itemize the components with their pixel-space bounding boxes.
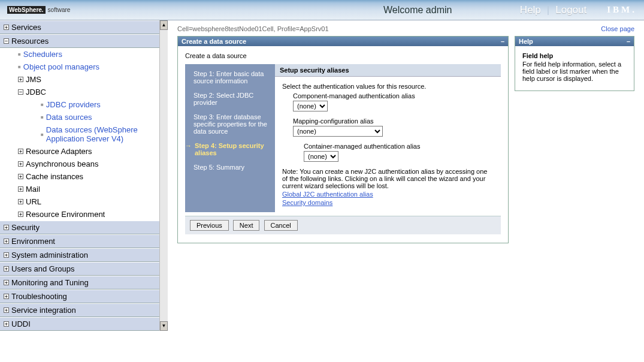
next-button[interactable]: Next — [233, 220, 260, 231]
help-panel-body: Field help For field help information, s… — [515, 46, 634, 90]
wizard-step-5[interactable]: Step 5: Summary — [193, 164, 269, 171]
nav-schedulers[interactable]: ■Schedulers — [14, 48, 159, 61]
wizard-content-body: Select the authentication values for thi… — [275, 77, 501, 212]
expand-icon: + — [4, 252, 9, 258]
nav-jdbc-providers[interactable]: ■JDBC providers — [37, 98, 159, 111]
banner-right: Help | Logout IBM. — [520, 4, 637, 16]
nav-jms[interactable]: +JMS — [14, 73, 159, 86]
bullet-icon: ■ — [41, 102, 44, 107]
expand-icon: + — [4, 25, 9, 30]
main-layout: +Services −Resources ■Schedulers ■Object… — [0, 20, 644, 331]
wizard-step-3[interactable]: Step 3: Enter database specific properti… — [193, 113, 269, 135]
expand-icon: + — [18, 149, 23, 154]
expand-icon: + — [4, 266, 9, 272]
help-panel: Help – Field help For field help informa… — [515, 36, 634, 91]
nav-monitoring[interactable]: +Monitoring and Tuning — [0, 276, 159, 289]
bullet-icon: ■ — [41, 132, 44, 137]
expand-icon: + — [18, 174, 23, 179]
nav-users-groups[interactable]: +Users and Groups — [0, 262, 159, 276]
wizard-buttons: Previous Next Cancel — [185, 216, 501, 234]
collapse-icon: − — [18, 89, 23, 95]
mapping-alias-label: Mapping-configuration alias — [293, 117, 494, 125]
nav-cache-instances[interactable]: +Cache instances — [14, 170, 159, 183]
expand-icon: + — [18, 161, 23, 167]
wizard-links: Global J2C authentication alias Security… — [282, 191, 494, 206]
wizard-step-4[interactable]: →Step 4: Setup security aliases — [193, 142, 269, 156]
nav-resource-adapters[interactable]: +Resource Adapters — [14, 145, 159, 158]
cancel-button[interactable]: Cancel — [264, 220, 298, 231]
nav-data-sources[interactable]: ■Data sources — [37, 111, 159, 123]
sidebar: +Services −Resources ■Schedulers ■Object… — [0, 20, 159, 331]
wizard-heading: Create a data source — [185, 52, 501, 59]
component-alias-label: Component-managed authentication alias — [293, 92, 494, 99]
wizard-step-1[interactable]: Step 1: Enter basic data source informat… — [193, 70, 269, 85]
logo-text: software — [48, 7, 71, 13]
minimize-icon[interactable]: – — [501, 38, 504, 45]
field-component-alias: Component-managed authentication alias (… — [293, 92, 494, 111]
nav-async-beans[interactable]: +Asynchronous beans — [14, 158, 159, 170]
nav-sys-admin[interactable]: +System administration — [0, 248, 159, 262]
bullet-icon: ■ — [18, 64, 21, 70]
container-alias-select[interactable]: (none) — [304, 151, 338, 162]
logo-box: WebSphere. — [7, 6, 46, 14]
nav-resource-env[interactable]: +Resource Environment — [14, 208, 159, 221]
expand-icon: + — [18, 77, 23, 82]
bullet-icon: ■ — [18, 52, 21, 57]
bullet-icon: ■ — [41, 114, 44, 120]
link-global-j2c[interactable]: Global J2C authentication alias — [282, 191, 494, 198]
help-link[interactable]: Help — [520, 4, 541, 16]
expand-icon: + — [4, 225, 9, 230]
previous-button[interactable]: Previous — [190, 220, 229, 231]
expand-icon: + — [4, 307, 9, 313]
help-panel-title-text: Help — [519, 38, 533, 45]
expand-icon: + — [18, 186, 23, 192]
banner-separator: | — [547, 4, 549, 16]
main-panel-title: Create a data source – — [178, 37, 508, 46]
scroll-down-icon[interactable]: ▼ — [160, 321, 168, 331]
collapse-icon: − — [4, 38, 9, 44]
wizard-step-2[interactable]: Step 2: Select JDBC provider — [193, 92, 269, 106]
nav-jdbc-sub: ■JDBC providers ■Data sources ■Data sour… — [14, 98, 159, 145]
expand-icon: + — [4, 294, 9, 299]
minimize-icon[interactable]: – — [627, 38, 630, 45]
wizard-steps: Step 1: Enter basic data source informat… — [185, 64, 275, 212]
nav-uddi[interactable]: +UDDI — [0, 317, 159, 331]
wizard-note: Note: You can create a new J2C authentic… — [282, 168, 494, 189]
wizard-intro: Select the authentication values for thi… — [282, 83, 494, 90]
help-heading: Field help — [522, 52, 627, 59]
nav-data-sources-v4[interactable]: ■Data sources (WebSphere Application Ser… — [37, 123, 159, 145]
mapping-alias-select[interactable]: (none) — [293, 126, 383, 137]
nav-troubleshooting[interactable]: +Troubleshooting — [0, 289, 159, 303]
nav-resources[interactable]: −Resources — [0, 34, 159, 48]
nav-mail[interactable]: +Mail — [14, 183, 159, 195]
nav-environment[interactable]: +Environment — [0, 234, 159, 248]
nav-security[interactable]: +Security — [0, 221, 159, 234]
logo: WebSphere. software — [7, 6, 70, 14]
wizard-content: Setup security aliases Select the authen… — [275, 64, 501, 212]
main-panel-title-text: Create a data source — [182, 38, 246, 45]
field-mapping-alias: Mapping-configuration alias (none) — [293, 117, 494, 137]
main-panel: Create a data source – Create a data sou… — [177, 36, 509, 243]
nav-service-integration[interactable]: +Service integration — [0, 303, 159, 317]
logout-link[interactable]: Logout — [555, 4, 586, 16]
wizard-wrap: Step 1: Enter basic data source informat… — [185, 64, 501, 212]
nav-url[interactable]: +URL — [14, 195, 159, 208]
expand-icon: + — [18, 199, 23, 204]
sidebar-wrap: +Services −Resources ■Schedulers ■Object… — [0, 20, 168, 331]
link-security-domains[interactable]: Security domains — [282, 199, 494, 206]
expand-icon: + — [4, 321, 9, 327]
content-area: Cell=websphere8testNode01Cell, Profile=A… — [168, 20, 644, 331]
scroll-up-icon[interactable]: ▲ — [160, 20, 168, 30]
field-container-alias: Container-managed authentication alias (… — [304, 143, 494, 162]
banner: WebSphere. software Welcome admin Help |… — [0, 0, 644, 20]
arrow-right-icon: → — [185, 142, 191, 156]
close-page-link[interactable]: Close page — [601, 25, 634, 32]
nav-resources-sub: ■Schedulers ■Object pool managers +JMS −… — [0, 48, 159, 221]
component-alias-select[interactable]: (none) — [293, 101, 328, 111]
nav-jdbc[interactable]: −JDBC — [14, 86, 159, 98]
sidebar-scrollbar[interactable]: ▲ ▼ — [159, 20, 168, 331]
nav-object-pool[interactable]: ■Object pool managers — [14, 61, 159, 73]
nav-services[interactable]: +Services — [0, 20, 159, 34]
expand-icon: + — [4, 239, 9, 244]
cell-profile-text: Cell=websphere8testNode01Cell, Profile=A… — [177, 25, 329, 32]
